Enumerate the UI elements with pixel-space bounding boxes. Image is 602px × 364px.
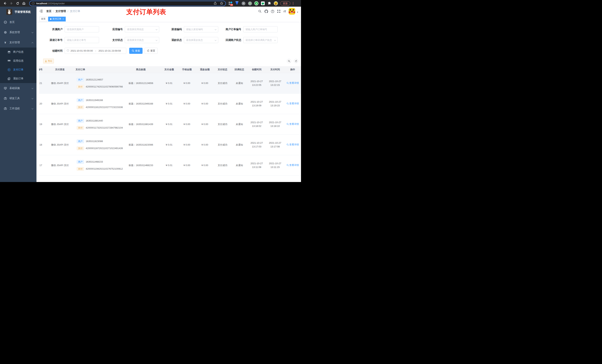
browser-reload-button[interactable]: [16, 1, 20, 5]
share-icon[interactable]: [214, 2, 217, 5]
browser-menu-icon[interactable]: [293, 2, 293, 5]
app-select[interactable]: [125, 26, 159, 32]
search-icon[interactable]: [258, 10, 262, 13]
navbar-actions: TT ▼: [256, 8, 301, 15]
view-detail-link[interactable]: 查看详情: [287, 143, 299, 146]
refresh-table-icon[interactable]: [294, 59, 298, 63]
chevron-down-icon: [274, 39, 276, 42]
sidebar-item-workflow[interactable]: 工作流程: [0, 104, 36, 114]
view-detail-link[interactable]: 查看详情: [287, 81, 299, 85]
status-badge: 支付成功: [214, 81, 231, 85]
view-detail-link[interactable]: 查看详情: [287, 102, 299, 105]
extension-recorder-icon[interactable]: [248, 1, 252, 5]
view-detail-link[interactable]: 查看详情: [287, 122, 299, 126]
sidebar-item-system[interactable]: 系统管理: [0, 27, 36, 37]
sidebar-item-pay-order[interactable]: ¥ 支付订单: [0, 65, 36, 74]
tab-pay-order[interactable]: 支付订单 ×: [48, 17, 66, 21]
merchant-tag: 商户: [77, 98, 84, 102]
clock-icon: [67, 49, 69, 52]
filter-merchant-order-no: 商户订单编号: [243, 26, 278, 32]
sidebar: 芋道管理系统 首页 系统管理 ¥ 支付管理: [0, 7, 36, 182]
table-row-partial[interactable]: 商户1635311054796: [39, 176, 301, 182]
extension-badge: 10: [230, 4, 233, 6]
font-size-icon[interactable]: TT: [283, 10, 286, 13]
table-header: 编号 支付渠道 支付订单 商品标题 支付金额 手续金额 退款金额 支付状态 回调…: [39, 66, 301, 73]
view-detail-link[interactable]: 查看详情: [287, 163, 299, 167]
date-end: 2021-10-31 23:59:59: [98, 49, 121, 52]
notify-status-select[interactable]: [243, 37, 278, 43]
browser-chrome: i localhost:1024/pay/order 10 ⌘ y: [0, 0, 301, 7]
sidebar-collapse-icon[interactable]: [39, 9, 43, 13]
extension-sketch-icon[interactable]: [235, 1, 239, 5]
sidebar-item-app-info[interactable]: 应用信息: [0, 56, 36, 65]
help-icon[interactable]: [271, 10, 274, 13]
merchant-order-no-input[interactable]: [243, 26, 278, 32]
table-row[interactable]: 18 微信 JSAPI 支付 商户1635311823086 支付4200001…: [39, 135, 301, 155]
date-range-picker[interactable]: 2021-10-01 00:00:00 - 2021-10-31 23:59:5…: [64, 48, 126, 54]
date-start: 2021-10-01 00:00:00: [71, 49, 93, 52]
sidebar-item-dev-tools[interactable]: 研发工具: [0, 93, 36, 104]
filter-notify-status: 回调商户状态: [243, 37, 278, 43]
export-button[interactable]: 导出: [43, 59, 54, 63]
sidebar-item-refund-order[interactable]: 退款订单: [0, 74, 36, 83]
filter-channel-code: 渠道编码: [184, 26, 218, 32]
sidebar-item-home[interactable]: 首页: [0, 17, 36, 27]
pay-status-select[interactable]: [125, 37, 159, 43]
extension-tasks-icon[interactable]: 10: [228, 1, 233, 5]
app-title: 芋道管理系统: [15, 10, 31, 14]
gear-icon: [4, 31, 7, 34]
table-row[interactable]: 21 微信 JSAPI 支付 商户1635312124657 支付4200001…: [39, 73, 301, 94]
extension-y-icon[interactable]: y: [254, 1, 258, 5]
extension-emoji-icon[interactable]: [274, 1, 278, 5]
fullscreen-icon[interactable]: [277, 10, 281, 13]
document-icon: [7, 77, 11, 80]
breadcrumb: 首页 / 支付管理 / 支付订单: [46, 10, 80, 13]
table-row[interactable]: 19 微信 JSAPI 支付 商户1635311881440 支付4200001…: [39, 114, 301, 135]
merchant-input[interactable]: [64, 26, 99, 32]
refund-status-select[interactable]: [184, 37, 218, 43]
table-row[interactable]: 20 微信 JSAPI 支付 商户1635311949168 支付4200001…: [39, 94, 301, 114]
github-icon[interactable]: [265, 10, 268, 13]
monitor-icon: [4, 87, 7, 90]
user-avatar[interactable]: [289, 8, 295, 15]
app-logo[interactable]: 芋道管理系统: [0, 7, 36, 17]
search-button[interactable]: 搜索: [129, 48, 142, 54]
extension-chat-icon[interactable]: [261, 1, 265, 5]
chevron-down-icon: [155, 28, 158, 31]
briefcase-icon: [4, 107, 7, 110]
breadcrumb-section[interactable]: 支付管理: [55, 10, 66, 13]
bookmark-star-icon[interactable]: [220, 2, 223, 5]
chevron-down-icon: [32, 31, 33, 34]
user-menu-caret-icon[interactable]: ▼: [297, 11, 298, 13]
sidebar-item-pay[interactable]: ¥ 支付管理: [0, 37, 36, 48]
sidebar-item-infra[interactable]: 基础设施: [0, 83, 36, 93]
browser-forward-button[interactable]: [9, 1, 13, 5]
sidebar-item-merchant-info[interactable]: 商户信息: [0, 48, 36, 56]
filter-refund-status: 退款状态: [184, 37, 218, 43]
browser-back-button[interactable]: [3, 1, 7, 5]
breadcrumb-current: 支付订单: [70, 10, 80, 13]
merchant-tag: 商户: [77, 78, 84, 82]
url-bar[interactable]: i localhost:1024/pay/order: [29, 1, 226, 6]
url-host: localhost: [36, 2, 47, 5]
browser-update-button[interactable]: 更新: [280, 1, 290, 6]
browser-home-button[interactable]: [22, 1, 26, 5]
pay-tag: 支付: [77, 105, 84, 109]
shop-icon: [7, 51, 11, 53]
filter-channel-order-no: 渠道订单号: [64, 37, 99, 43]
table-row[interactable]: 17 微信 JSAPI 支付 商户1635311468233 支付4200001…: [39, 155, 301, 176]
extension-command-icon[interactable]: ⌘: [241, 1, 246, 5]
tab-home[interactable]: 首页: [39, 17, 47, 21]
tab-close-icon[interactable]: ×: [63, 18, 64, 20]
channel-order-no-input[interactable]: [64, 37, 99, 43]
extensions-puzzle-icon[interactable]: [267, 1, 271, 5]
filter-app: 应用编号: [125, 26, 159, 32]
status-badge: 支付成功: [214, 102, 231, 106]
site-info-icon[interactable]: i: [32, 2, 35, 5]
reset-button[interactable]: 重置: [145, 48, 158, 54]
chevron-down-icon: [32, 97, 33, 100]
breadcrumb-home[interactable]: 首页: [46, 10, 52, 13]
show-search-toggle-icon[interactable]: [287, 59, 291, 63]
channel-code-select[interactable]: [184, 26, 218, 32]
chevron-down-icon: [32, 107, 33, 110]
